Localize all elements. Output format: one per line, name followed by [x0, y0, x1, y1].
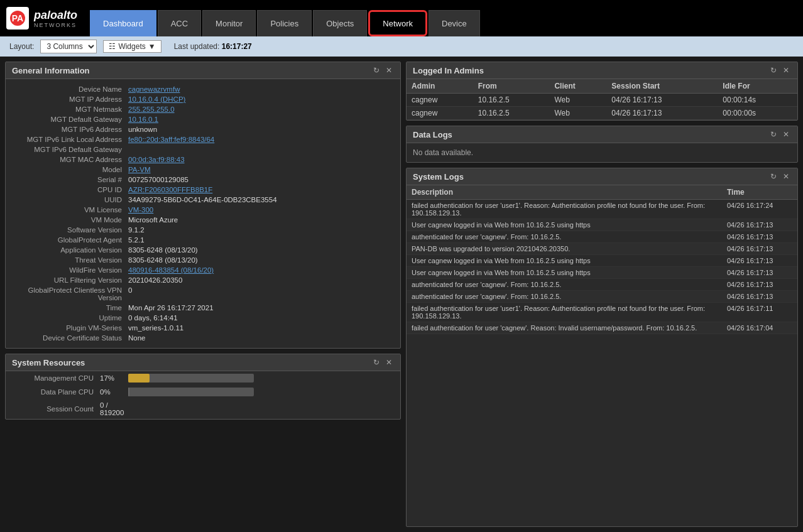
col-admin: Admin — [407, 79, 473, 94]
table-row: User cagnew logged in via Web from 10.16… — [407, 255, 797, 267]
logged-admins-refresh[interactable]: ↻ — [768, 65, 778, 75]
table-row: authenticated for user 'cagnew'. From: 1… — [407, 291, 797, 303]
nav-tab-acc[interactable]: ACC — [158, 10, 201, 36]
widgets-button[interactable]: ☷ Widgets ▼ — [103, 40, 161, 53]
info-label: MGT IPv6 Default Gateway — [12, 146, 128, 153]
nav: Dashboard ACC Monitor Policies Objects N… — [90, 0, 481, 36]
nav-tab-device[interactable]: Device — [429, 10, 480, 36]
logged-admins-title: Logged In Admins — [413, 66, 484, 75]
info-label: Device Certificate Status — [12, 334, 128, 342]
info-value[interactable]: AZR:F2060300FFFB8B1F — [128, 186, 212, 193]
data-logs-controls: ↻ ✕ — [768, 129, 791, 139]
system-logs-table: Description Time failed authentication f… — [407, 185, 797, 334]
logged-admins-body: Admin From Client Session Start Idle For… — [407, 79, 797, 120]
system-resources-close[interactable]: ✕ — [384, 357, 394, 367]
progress-bar — [128, 388, 254, 396]
widgets-chevron: ▼ — [148, 42, 156, 51]
info-label: Uptime — [12, 314, 128, 322]
info-label: MGT Default Gateway — [12, 116, 128, 123]
nav-tab-monitor[interactable]: Monitor — [202, 10, 256, 36]
info-label: VM Mode — [12, 216, 128, 224]
info-value[interactable]: PA-VM — [128, 166, 151, 173]
info-label: MGT Netmask — [12, 106, 128, 113]
info-label: MGT MAC Address — [12, 156, 128, 163]
info-value[interactable]: 255.255.255.0 — [128, 106, 175, 113]
info-value: 20210426.20350 — [128, 276, 182, 284]
logo-text-container: paloalto NETWORKS — [34, 9, 77, 28]
general-info-close[interactable]: ✕ — [384, 65, 394, 75]
progress-bar — [128, 374, 254, 383]
log-col-time: Time — [722, 185, 797, 200]
system-logs-close[interactable]: ✕ — [781, 171, 791, 182]
info-label: Serial # — [12, 176, 128, 183]
system-resources-refresh[interactable]: ↻ — [371, 357, 381, 367]
info-value[interactable]: 10.16.0.1 — [128, 116, 158, 123]
info-row: URL Filtering Version20210426.20350 — [6, 275, 400, 285]
topbar: PA paloalto NETWORKS Dashboard ACC Monit… — [0, 0, 803, 36]
data-logs-close[interactable]: ✕ — [781, 129, 791, 139]
system-resources-controls: ↻ ✕ — [371, 357, 394, 367]
system-logs-header: System Logs ↻ ✕ — [407, 168, 797, 185]
info-row: Software Version9.1.2 — [6, 225, 400, 235]
layout-label: Layout: — [9, 42, 34, 51]
system-resources-title: System Resources — [12, 358, 85, 367]
info-value[interactable]: cagnewazrvmfw — [128, 85, 180, 93]
logged-admins-panel: Logged In Admins ↻ ✕ Admin From Client S… — [406, 62, 798, 121]
last-updated-value: 16:17:27 — [222, 42, 252, 51]
system-logs-title: System Logs — [413, 172, 464, 182]
info-row: WildFire Version480916-483854 (08/16/20) — [6, 265, 400, 275]
info-row: Serial #007257000129085 — [6, 175, 400, 185]
info-row: Threat Version8305-6248 (08/13/20) — [6, 255, 400, 265]
info-value: 0 — [128, 286, 132, 301]
info-value[interactable]: fe80::20d:3aff:fef9:8843/64 — [128, 136, 214, 143]
left-column: General Information ↻ ✕ Device Namecagne… — [5, 62, 401, 527]
layout-select[interactable]: 3 Columns — [40, 40, 97, 53]
main-content: General Information ↻ ✕ Device Namecagne… — [0, 57, 803, 532]
nav-tab-dashboard[interactable]: Dashboard — [90, 10, 156, 36]
info-row: Application Version8305-6248 (08/13/20) — [6, 245, 400, 255]
table-row: authenticated for user 'cagnew'. From: 1… — [407, 279, 797, 291]
info-row: MGT IPv6 Default Gateway — [6, 144, 400, 155]
logo: PA paloalto NETWORKS — [6, 7, 77, 30]
info-value: 0 days, 6:14:41 — [128, 314, 178, 322]
col-session-start: Session Start — [606, 79, 718, 94]
right-column: Logged In Admins ↻ ✕ Admin From Client S… — [406, 62, 798, 527]
info-label: GlobalProtect Agent — [12, 236, 128, 244]
info-value: 34A99279-5B6D-0C41-A64E-0DB23CBE3554 — [128, 196, 277, 204]
info-label: UUID — [12, 196, 128, 204]
resource-label: Session Count — [12, 405, 94, 413]
info-row: Device Certificate StatusNone — [6, 333, 400, 343]
logged-admins-close[interactable]: ✕ — [781, 65, 791, 75]
data-logs-refresh[interactable]: ↻ — [768, 129, 778, 139]
widgets-label: Widgets — [118, 42, 145, 51]
info-value[interactable]: VM-300 — [128, 206, 153, 214]
info-value[interactable]: 10.16.0.4 (DHCP) — [128, 95, 185, 103]
info-label: Model — [12, 166, 128, 173]
general-info-refresh[interactable]: ↻ — [371, 65, 381, 75]
info-label: CPU ID — [12, 186, 128, 193]
system-logs-controls: ↻ ✕ — [768, 171, 791, 182]
nav-tab-objects[interactable]: Objects — [313, 10, 367, 36]
info-row: VM ModeMicrosoft Azure — [6, 215, 400, 225]
nav-tab-network[interactable]: Network — [368, 10, 427, 36]
resource-value: 0% — [100, 388, 122, 396]
logo-icon: PA — [6, 7, 29, 30]
info-value[interactable]: 00:0d:3a:f9:88:43 — [128, 156, 185, 163]
nav-tab-policies[interactable]: Policies — [257, 10, 312, 36]
data-logs-header: Data Logs ↻ ✕ — [407, 126, 797, 143]
info-row: UUID34A99279-5B6D-0C41-A64E-0DB23CBE3554 — [6, 195, 400, 205]
col-idle-for: Idle For — [718, 79, 797, 94]
col-client: Client — [549, 79, 606, 94]
info-label: URL Filtering Version — [12, 276, 128, 284]
widgets-icon: ☷ — [109, 42, 116, 51]
info-row: TimeMon Apr 26 16:17:27 2021 — [6, 303, 400, 313]
data-logs-panel: Data Logs ↻ ✕ No data available. — [406, 126, 798, 163]
table-row: User cagnew logged in via Web from 10.16… — [407, 219, 797, 231]
system-logs-refresh[interactable]: ↻ — [768, 171, 778, 182]
info-row: MGT IP Address10.16.0.4 (DHCP) — [6, 94, 400, 104]
system-resources-body: Management CPU17%Data Plane CPU0%Session… — [6, 371, 400, 419]
info-value: 8305-6248 (08/13/20) — [128, 256, 198, 264]
info-value[interactable]: 480916-483854 (08/16/20) — [128, 266, 214, 274]
table-row: failed authentication for user 'user1'. … — [407, 200, 797, 219]
info-value: Mon Apr 26 16:17:27 2021 — [128, 304, 214, 312]
